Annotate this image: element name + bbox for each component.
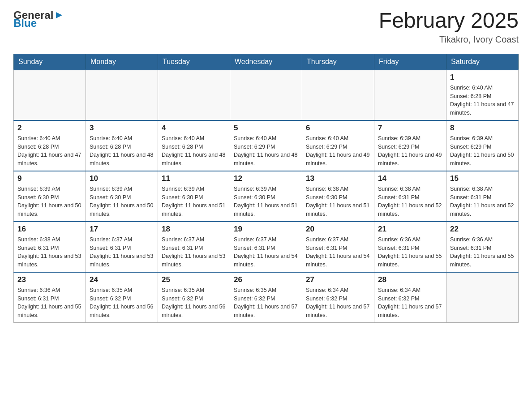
calendar-cell	[86, 70, 158, 120]
calendar-cell: 28Sunrise: 6:34 AM Sunset: 6:32 PM Dayli…	[374, 272, 446, 323]
calendar-cell: 21Sunrise: 6:36 AM Sunset: 6:31 PM Dayli…	[374, 222, 446, 272]
day-info: Sunrise: 6:37 AM Sunset: 6:31 PM Dayligh…	[162, 235, 226, 269]
calendar-cell: 20Sunrise: 6:37 AM Sunset: 6:31 PM Dayli…	[302, 222, 374, 272]
day-info: Sunrise: 6:40 AM Sunset: 6:28 PM Dayligh…	[162, 134, 226, 168]
calendar-cell	[302, 70, 374, 120]
day-number: 20	[306, 225, 370, 234]
calendar-cell: 27Sunrise: 6:34 AM Sunset: 6:32 PM Dayli…	[302, 272, 374, 323]
day-info: Sunrise: 6:35 AM Sunset: 6:32 PM Dayligh…	[90, 286, 154, 320]
calendar-cell: 13Sunrise: 6:38 AM Sunset: 6:30 PM Dayli…	[302, 171, 374, 222]
weekday-header-wednesday: Wednesday	[230, 54, 302, 70]
month-title: February 2025	[379, 9, 519, 33]
day-info: Sunrise: 6:36 AM Sunset: 6:31 PM Dayligh…	[17, 286, 82, 320]
day-info: Sunrise: 6:39 AM Sunset: 6:30 PM Dayligh…	[17, 185, 82, 218]
day-info: Sunrise: 6:34 AM Sunset: 6:32 PM Dayligh…	[378, 286, 442, 320]
day-info: Sunrise: 6:37 AM Sunset: 6:31 PM Dayligh…	[90, 235, 154, 269]
day-number: 2	[17, 124, 82, 133]
day-info: Sunrise: 6:38 AM Sunset: 6:30 PM Dayligh…	[306, 185, 370, 218]
day-info: Sunrise: 6:39 AM Sunset: 6:30 PM Dayligh…	[162, 185, 226, 218]
calendar-cell: 7Sunrise: 6:39 AM Sunset: 6:29 PM Daylig…	[374, 120, 446, 171]
calendar-cell: 14Sunrise: 6:38 AM Sunset: 6:31 PM Dayli…	[374, 171, 446, 222]
calendar-week-5: 23Sunrise: 6:36 AM Sunset: 6:31 PM Dayli…	[14, 272, 519, 323]
day-number: 6	[306, 124, 370, 133]
day-info: Sunrise: 6:38 AM Sunset: 6:31 PM Dayligh…	[378, 185, 442, 218]
day-number: 7	[378, 124, 442, 133]
calendar-cell	[374, 70, 446, 120]
day-number: 23	[17, 275, 82, 284]
day-info: Sunrise: 6:39 AM Sunset: 6:30 PM Dayligh…	[234, 185, 298, 218]
calendar-cell: 15Sunrise: 6:38 AM Sunset: 6:31 PM Dayli…	[446, 171, 519, 222]
weekday-header-monday: Monday	[86, 54, 158, 70]
calendar-cell: 3Sunrise: 6:40 AM Sunset: 6:28 PM Daylig…	[86, 120, 158, 171]
calendar-cell: 19Sunrise: 6:37 AM Sunset: 6:31 PM Dayli…	[230, 222, 302, 272]
calendar-cell: 25Sunrise: 6:35 AM Sunset: 6:32 PM Dayli…	[158, 272, 230, 323]
weekday-header-row: SundayMondayTuesdayWednesdayThursdayFrid…	[14, 54, 519, 70]
day-info: Sunrise: 6:40 AM Sunset: 6:28 PM Dayligh…	[90, 134, 154, 168]
calendar-cell: 26Sunrise: 6:35 AM Sunset: 6:32 PM Dayli…	[230, 272, 302, 323]
calendar-cell	[446, 272, 519, 323]
day-info: Sunrise: 6:37 AM Sunset: 6:31 PM Dayligh…	[234, 235, 298, 269]
calendar-cell: 10Sunrise: 6:39 AM Sunset: 6:30 PM Dayli…	[86, 171, 158, 222]
calendar-cell: 16Sunrise: 6:38 AM Sunset: 6:31 PM Dayli…	[14, 222, 86, 272]
calendar-week-3: 9Sunrise: 6:39 AM Sunset: 6:30 PM Daylig…	[14, 171, 519, 222]
title-area: February 2025 Tikakro, Ivory Coast	[379, 9, 519, 45]
calendar-cell: 12Sunrise: 6:39 AM Sunset: 6:30 PM Dayli…	[230, 171, 302, 222]
location: Tikakro, Ivory Coast	[379, 34, 519, 45]
day-number: 27	[306, 275, 370, 284]
day-number: 1	[450, 73, 515, 82]
calendar-cell: 17Sunrise: 6:37 AM Sunset: 6:31 PM Dayli…	[86, 222, 158, 272]
day-number: 11	[162, 174, 226, 183]
day-number: 4	[162, 124, 226, 133]
day-info: Sunrise: 6:39 AM Sunset: 6:29 PM Dayligh…	[450, 134, 515, 168]
svg-marker-0	[56, 12, 62, 18]
calendar-table: SundayMondayTuesdayWednesdayThursdayFrid…	[13, 54, 519, 323]
day-number: 3	[90, 124, 154, 133]
day-number: 15	[450, 174, 515, 183]
day-number: 16	[17, 225, 82, 234]
day-number: 19	[234, 225, 298, 234]
day-number: 25	[162, 275, 226, 284]
calendar-cell: 9Sunrise: 6:39 AM Sunset: 6:30 PM Daylig…	[14, 171, 86, 222]
day-info: Sunrise: 6:38 AM Sunset: 6:31 PM Dayligh…	[450, 185, 515, 218]
day-number: 24	[90, 275, 154, 284]
day-number: 22	[450, 225, 515, 234]
day-number: 18	[162, 225, 226, 234]
weekday-header-sunday: Sunday	[14, 54, 86, 70]
day-number: 9	[17, 174, 82, 183]
day-info: Sunrise: 6:40 AM Sunset: 6:28 PM Dayligh…	[450, 84, 515, 117]
day-info: Sunrise: 6:35 AM Sunset: 6:32 PM Dayligh…	[162, 286, 226, 320]
calendar-cell: 11Sunrise: 6:39 AM Sunset: 6:30 PM Dayli…	[158, 171, 230, 222]
day-number: 26	[234, 275, 298, 284]
logo: General Blue	[13, 9, 64, 30]
day-number: 12	[234, 174, 298, 183]
day-info: Sunrise: 6:37 AM Sunset: 6:31 PM Dayligh…	[306, 235, 370, 269]
calendar-cell: 6Sunrise: 6:40 AM Sunset: 6:29 PM Daylig…	[302, 120, 374, 171]
weekday-header-saturday: Saturday	[446, 54, 519, 70]
calendar-cell	[14, 70, 86, 120]
calendar-cell: 18Sunrise: 6:37 AM Sunset: 6:31 PM Dayli…	[158, 222, 230, 272]
page-header: General Blue February 2025 Tikakro, Ivor…	[13, 9, 519, 45]
calendar-cell: 23Sunrise: 6:36 AM Sunset: 6:31 PM Dayli…	[14, 272, 86, 323]
calendar-cell: 1Sunrise: 6:40 AM Sunset: 6:28 PM Daylig…	[446, 70, 519, 120]
day-info: Sunrise: 6:40 AM Sunset: 6:29 PM Dayligh…	[306, 134, 370, 168]
calendar-cell: 2Sunrise: 6:40 AM Sunset: 6:28 PM Daylig…	[14, 120, 86, 171]
day-number: 17	[90, 225, 154, 234]
day-number: 8	[450, 124, 515, 133]
weekday-header-friday: Friday	[374, 54, 446, 70]
day-number: 14	[378, 174, 442, 183]
day-info: Sunrise: 6:34 AM Sunset: 6:32 PM Dayligh…	[306, 286, 370, 320]
day-number: 28	[378, 275, 442, 284]
calendar-week-2: 2Sunrise: 6:40 AM Sunset: 6:28 PM Daylig…	[14, 120, 519, 171]
day-number: 21	[378, 225, 442, 234]
day-number: 5	[234, 124, 298, 133]
calendar-cell: 4Sunrise: 6:40 AM Sunset: 6:28 PM Daylig…	[158, 120, 230, 171]
day-info: Sunrise: 6:39 AM Sunset: 6:30 PM Dayligh…	[90, 185, 154, 218]
day-number: 10	[90, 174, 154, 183]
weekday-header-thursday: Thursday	[302, 54, 374, 70]
day-info: Sunrise: 6:35 AM Sunset: 6:32 PM Dayligh…	[234, 286, 298, 320]
day-info: Sunrise: 6:39 AM Sunset: 6:29 PM Dayligh…	[378, 134, 442, 168]
calendar-cell: 5Sunrise: 6:40 AM Sunset: 6:29 PM Daylig…	[230, 120, 302, 171]
calendar-week-4: 16Sunrise: 6:38 AM Sunset: 6:31 PM Dayli…	[14, 222, 519, 272]
calendar-cell: 22Sunrise: 6:36 AM Sunset: 6:31 PM Dayli…	[446, 222, 519, 272]
day-info: Sunrise: 6:38 AM Sunset: 6:31 PM Dayligh…	[17, 235, 82, 269]
